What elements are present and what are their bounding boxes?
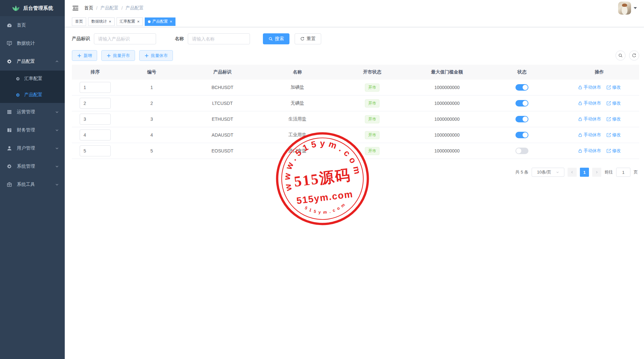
cell-id: 4: [119, 132, 185, 138]
col-symbol: 产品标识: [185, 69, 260, 75]
status-toggle[interactable]: [515, 100, 528, 107]
toggle-knob: [523, 117, 528, 122]
filter-id-label: 产品标识: [72, 36, 90, 42]
gear-icon: [6, 59, 12, 64]
market-status-badge: 开市: [365, 84, 379, 92]
edit-label: 修改: [612, 148, 621, 154]
app-logo-row[interactable]: 后台管理系统: [0, 0, 65, 16]
toggle-knob: [523, 132, 528, 138]
tab-home[interactable]: 首页: [72, 17, 86, 26]
edit-link[interactable]: 修改: [606, 148, 621, 154]
manual-close-link[interactable]: 手动休市: [578, 132, 601, 138]
tab-close-icon[interactable]: ×: [109, 19, 111, 24]
sidebar-item-operations[interactable]: 运营管理: [0, 103, 65, 121]
sidebar-item-users[interactable]: 用户管理: [0, 139, 65, 157]
edit-link[interactable]: 修改: [606, 132, 621, 138]
gear-icon: [6, 163, 12, 169]
table-row: 3 ETHUSDT 生活用盐 开市 1000000000 手动休市 修改: [72, 111, 639, 127]
page-number-button[interactable]: 1: [580, 168, 589, 177]
manual-close-label: 手动休市: [584, 100, 601, 106]
page-size-select[interactable]: 10条/页: [532, 168, 564, 177]
reset-button-label: 重置: [307, 36, 316, 42]
breadcrumb-home[interactable]: 首页: [84, 5, 93, 11]
add-button-label: 新增: [84, 53, 92, 59]
sidebar-subitem-rate-config[interactable]: 汇率配置: [0, 71, 65, 87]
tab-rate-config[interactable]: 汇率配置 ×: [117, 17, 143, 26]
sidebar-item-label: 运营管理: [17, 109, 55, 115]
breadcrumb-separator: /: [121, 6, 123, 11]
tab-data-stats[interactable]: 数据统计 ×: [88, 17, 115, 26]
cell-name: 无碘盐: [260, 100, 335, 106]
tab-product-config[interactable]: 产品配置 ×: [145, 17, 175, 26]
tab-close-icon[interactable]: ×: [137, 19, 140, 24]
batch-close-button[interactable]: 批量休市: [139, 50, 173, 61]
tab-close-icon[interactable]: ×: [170, 19, 172, 24]
user-avatar[interactable]: [618, 2, 631, 15]
edit-link[interactable]: 修改: [606, 84, 621, 90]
sidebar-item-finance[interactable]: 财务管理: [0, 121, 65, 139]
chevron-down-icon: [556, 171, 559, 174]
col-market-status: 开市状态: [335, 69, 410, 75]
manual-close-link[interactable]: 手动休市: [578, 148, 601, 154]
edit-link[interactable]: 修改: [606, 116, 621, 122]
edit-label: 修改: [612, 84, 621, 90]
tab-label: 汇率配置: [120, 19, 135, 24]
prev-page-button[interactable]: [568, 168, 577, 177]
sort-input[interactable]: [80, 129, 111, 140]
add-button[interactable]: 新增: [72, 50, 97, 61]
sidebar-item-product-config[interactable]: 产品配置: [0, 52, 65, 71]
top-header: 首页 / 产品配置 / 产品配置: [65, 0, 644, 16]
manual-close-link[interactable]: 手动休市: [578, 84, 601, 90]
caret-down-icon[interactable]: [634, 7, 637, 9]
name-input[interactable]: [188, 33, 250, 44]
page-size-value: 10条/页: [537, 169, 551, 175]
manual-close-link[interactable]: 手动休市: [578, 116, 601, 122]
sidebar-item-data-stats[interactable]: 数据统计: [0, 34, 65, 52]
table-search-toggle-button[interactable]: [616, 50, 626, 61]
sort-input[interactable]: [80, 145, 111, 156]
sidebar-subitem-product-config[interactable]: 产品配置: [0, 87, 65, 103]
page-content: 产品标识 名称 搜索 重置 新增 批量开市: [65, 27, 644, 177]
chevron-down-icon: [55, 128, 59, 132]
status-toggle[interactable]: [515, 116, 528, 122]
search-button[interactable]: 搜索: [263, 33, 289, 44]
status-toggle[interactable]: [515, 148, 528, 154]
batch-open-button[interactable]: 批量开市: [101, 50, 135, 61]
status-toggle[interactable]: [515, 84, 528, 91]
chevron-down-icon: [55, 183, 59, 186]
manual-close-link[interactable]: 手动休市: [578, 100, 601, 106]
table-toolbar: 新增 批量开市 批量休市: [72, 50, 639, 61]
refresh-icon: [300, 37, 305, 41]
sidebar-item-system[interactable]: 系统管理: [0, 157, 65, 175]
product-id-input[interactable]: [94, 33, 156, 44]
manual-close-label: 手动休市: [584, 148, 601, 154]
sort-input[interactable]: [80, 98, 111, 109]
table-refresh-button[interactable]: [629, 50, 639, 61]
market-status-badge: 开市: [365, 115, 379, 123]
lock-icon: [578, 149, 582, 153]
sort-input[interactable]: [80, 82, 111, 93]
status-toggle[interactable]: [515, 132, 528, 138]
edit-link[interactable]: 修改: [606, 100, 621, 106]
sidebar-collapse-icon[interactable]: [72, 5, 79, 12]
chevron-left-icon: [571, 171, 574, 174]
cell-id: 1: [119, 85, 185, 90]
lock-icon: [578, 133, 582, 137]
cell-symbol: BCHUSDT: [185, 85, 260, 90]
sort-input[interactable]: [80, 114, 111, 125]
sidebar-item-home[interactable]: 首页: [0, 16, 65, 34]
dashboard-icon: [6, 22, 12, 28]
chevron-down-icon: [55, 110, 59, 114]
edit-icon: [606, 85, 611, 90]
tag-tabs-bar: 首页 数据统计 × 汇率配置 × 产品配置 ×: [65, 16, 644, 27]
gear-icon: [16, 76, 20, 81]
goto-page-input[interactable]: [616, 168, 630, 177]
sidebar-item-tools[interactable]: 系统工具: [0, 175, 65, 194]
next-page-button[interactable]: [592, 168, 601, 177]
tab-label: 首页: [75, 19, 83, 24]
page-unit-label: 页: [634, 169, 638, 175]
reset-button[interactable]: 重置: [295, 33, 321, 44]
market-status-badge: 开市: [365, 147, 379, 155]
col-status: 状态: [484, 69, 559, 75]
batch-open-button-label: 批量开市: [113, 53, 130, 59]
